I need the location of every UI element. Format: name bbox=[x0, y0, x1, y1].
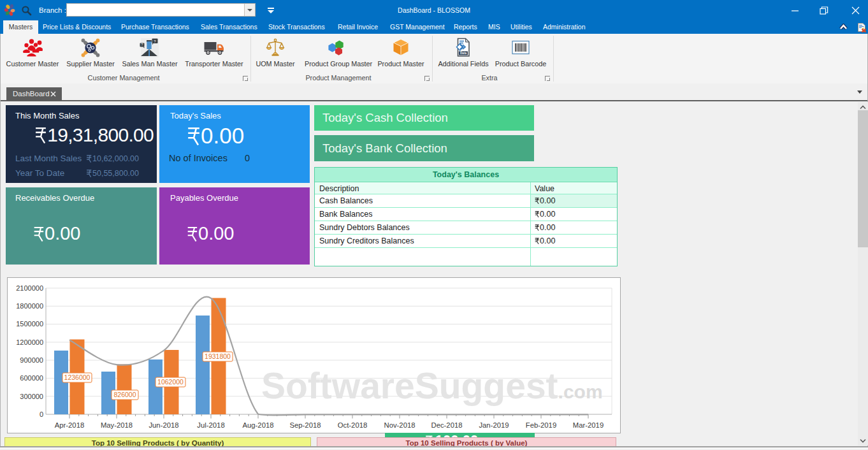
svg-text:Feb-2019: Feb-2019 bbox=[526, 421, 556, 429]
svg-text:1236000: 1236000 bbox=[64, 374, 90, 381]
svg-text:826000: 826000 bbox=[113, 391, 136, 398]
svg-text:600000: 600000 bbox=[20, 374, 43, 382]
svg-text:2100000: 2100000 bbox=[16, 284, 43, 292]
svg-text:1931800: 1931800 bbox=[205, 352, 231, 360]
svg-text:Oct-2018: Oct-2018 bbox=[338, 421, 367, 429]
svg-text:May-2018: May-2018 bbox=[101, 421, 133, 429]
svg-text:900000: 900000 bbox=[20, 356, 43, 364]
svg-text:1800000: 1800000 bbox=[16, 302, 43, 310]
svg-text:1200000: 1200000 bbox=[16, 338, 43, 346]
svg-text:Mar-2019: Mar-2019 bbox=[573, 421, 604, 429]
svg-text:1062000: 1062000 bbox=[157, 378, 184, 386]
svg-text:300000: 300000 bbox=[20, 393, 43, 400]
svg-text:?: ? bbox=[141, 43, 143, 47]
svg-text:Jun-2018: Jun-2018 bbox=[148, 421, 178, 429]
svg-text:Sep-2018: Sep-2018 bbox=[290, 421, 321, 429]
svg-text:SoftwareSuggest.com: SoftwareSuggest.com bbox=[261, 365, 603, 406]
svg-text:1500000: 1500000 bbox=[16, 320, 43, 328]
svg-text:Jul-2018: Jul-2018 bbox=[197, 421, 224, 429]
svg-text:0: 0 bbox=[40, 410, 43, 418]
svg-text:Jan-2019: Jan-2019 bbox=[479, 421, 509, 429]
svg-text:Nov-2018: Nov-2018 bbox=[384, 421, 416, 429]
svg-text:Dec-2018: Dec-2018 bbox=[431, 421, 463, 429]
svg-text:Apr-2018: Apr-2018 bbox=[55, 421, 84, 429]
svg-text:Data: Data bbox=[460, 52, 467, 55]
svg-text:Aug-2018: Aug-2018 bbox=[243, 421, 274, 429]
